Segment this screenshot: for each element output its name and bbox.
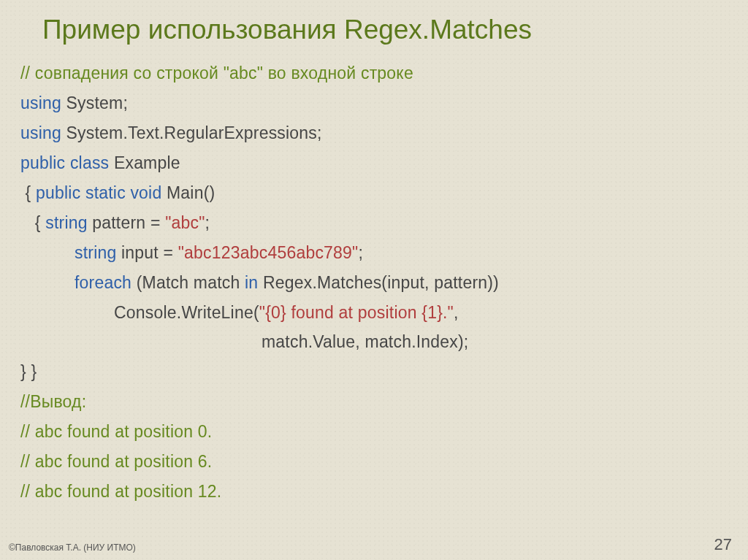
code-text: ,: [454, 303, 459, 322]
code-text: {: [20, 213, 45, 232]
code-line: foreach (Match match in Regex.Matches(in…: [20, 268, 730, 298]
code-text: ;: [205, 213, 210, 232]
slide: Пример использования Regex.Matches // со…: [0, 0, 748, 560]
code-text: Example: [109, 153, 180, 172]
code-text: {: [20, 183, 36, 202]
code-line: //Вывод:: [20, 387, 730, 417]
code-text: match.Value, match.Index);: [262, 332, 468, 351]
slide-title: Пример использования Regex.Matches: [42, 15, 730, 45]
comment: //Вывод:: [20, 392, 86, 411]
code-line: } }: [20, 357, 730, 387]
code-line: Console.WriteLine("{0} found at position…: [20, 298, 730, 328]
code-line: match.Value, match.Index);: [20, 327, 730, 357]
keyword: public class: [20, 153, 109, 172]
keyword: public static void: [36, 183, 161, 202]
code-text: (Match match: [131, 273, 245, 292]
page-number: 27: [714, 535, 732, 554]
string-literal: "abc": [165, 213, 205, 232]
comment: // abc found at position 12.: [20, 482, 221, 501]
code-text: System.Text.RegularExpressions;: [61, 123, 322, 142]
code-line: // совпадения со строкой "abc" во входно…: [20, 58, 730, 88]
code-line: // abc found at position 12.: [20, 477, 730, 507]
code-text: pattern =: [88, 213, 165, 232]
code-text: ;: [358, 243, 363, 262]
code-line: string input = "abc123abc456abc789";: [20, 238, 730, 268]
keyword: in: [245, 273, 258, 292]
keyword: string: [75, 243, 116, 262]
keyword: string: [45, 213, 87, 232]
keyword: foreach: [75, 273, 131, 292]
keyword: using: [20, 123, 61, 142]
keyword: using: [20, 93, 61, 112]
comment: // abc found at position 6.: [20, 452, 212, 471]
code-text: System;: [61, 93, 128, 112]
code-text: Regex.Matches(input, pattern)): [258, 273, 499, 292]
code-line: using System;: [20, 88, 730, 118]
code-text: Console.WriteLine(: [114, 303, 259, 322]
string-literal: "{0} found at position {1}.": [259, 303, 454, 322]
code-line: { public static void Main(): [20, 178, 730, 208]
code-text: input =: [116, 243, 178, 262]
code-line: public class Example: [20, 148, 730, 178]
comment: // abc found at position 0.: [20, 422, 212, 441]
string-literal: "abc123abc456abc789": [178, 243, 359, 262]
code-text: } }: [20, 362, 37, 381]
footer-copyright: ©Павловская Т.А. (НИУ ИТМО): [9, 542, 136, 553]
code-text: Main(): [161, 183, 215, 202]
comment: // совпадения со строкой "abc" во входно…: [20, 64, 413, 83]
code-line: // abc found at position 0.: [20, 417, 730, 447]
code-block: // совпадения со строкой "abc" во входно…: [20, 58, 730, 507]
code-line: using System.Text.RegularExpressions;: [20, 118, 730, 148]
code-line: // abc found at position 6.: [20, 447, 730, 477]
code-line: { string pattern = "abc";: [20, 208, 730, 238]
